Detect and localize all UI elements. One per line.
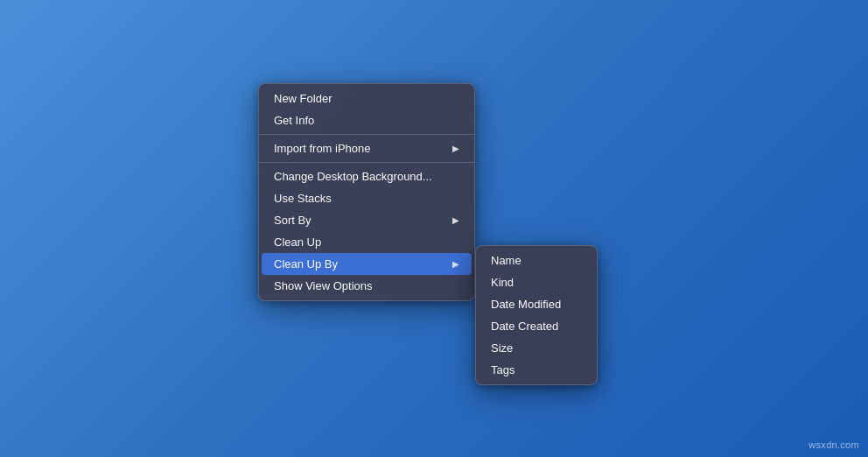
menu-item-use-stacks[interactable]: Use Stacks xyxy=(262,187,472,209)
clean-up-by-arrow: ▶ xyxy=(452,259,459,269)
submenu-item-tags[interactable]: Tags xyxy=(479,359,594,381)
submenu-item-date-modified[interactable]: Date Modified xyxy=(479,293,594,315)
submenu-container: Name Kind Date Modified Date Created Siz… xyxy=(475,245,598,385)
submenu-item-name[interactable]: Name xyxy=(479,250,594,271)
menu-item-get-info[interactable]: Get Info xyxy=(262,109,472,131)
menu-item-sort-by[interactable]: Sort By ▶ xyxy=(262,209,472,231)
menu-item-import-from-iphone[interactable]: Import from iPhone ▶ xyxy=(262,137,472,159)
menu-item-show-view-options-label: Show View Options xyxy=(274,279,373,292)
menu-item-change-desktop-bg[interactable]: Change Desktop Background... xyxy=(262,165,472,187)
submenu-item-kind-label: Kind xyxy=(491,276,514,289)
menu-item-show-view-options[interactable]: Show View Options xyxy=(262,275,472,297)
menu-item-clean-up-by-label: Clean Up By xyxy=(274,257,338,271)
menu-item-new-folder[interactable]: New Folder xyxy=(262,88,472,109)
submenu-item-date-modified-label: Date Modified xyxy=(491,298,561,311)
menu-item-get-info-label: Get Info xyxy=(274,114,314,127)
menu-item-sort-by-label: Sort By xyxy=(274,214,312,227)
submenu-item-size-label: Size xyxy=(491,341,513,355)
submenu-item-kind[interactable]: Kind xyxy=(479,271,594,293)
menu-item-clean-up[interactable]: Clean Up xyxy=(262,231,472,253)
watermark: wsxdn.com xyxy=(808,439,859,450)
sort-by-arrow: ▶ xyxy=(452,215,459,225)
context-menu-container: New Folder Get Info Import from iPhone ▶… xyxy=(258,83,475,301)
submenu-clean-up-by: Name Kind Date Modified Date Created Siz… xyxy=(475,245,598,385)
submenu-item-date-created[interactable]: Date Created xyxy=(479,315,594,337)
menu-item-clean-up-label: Clean Up xyxy=(274,236,321,249)
menu-item-import-from-iphone-label: Import from iPhone xyxy=(274,142,371,155)
menu-item-change-desktop-bg-label: Change Desktop Background... xyxy=(274,170,432,183)
separator-2 xyxy=(259,162,474,163)
submenu-item-tags-label: Tags xyxy=(491,363,514,376)
separator-1 xyxy=(259,134,474,135)
import-from-iphone-arrow: ▶ xyxy=(452,144,459,153)
menu-item-new-folder-label: New Folder xyxy=(274,92,332,105)
submenu-item-name-label: Name xyxy=(491,254,522,267)
submenu-item-size[interactable]: Size xyxy=(479,337,594,359)
menu-item-clean-up-by[interactable]: Clean Up By ▶ xyxy=(262,253,472,275)
submenu-item-date-created-label: Date Created xyxy=(491,320,558,333)
menu-item-use-stacks-label: Use Stacks xyxy=(274,192,332,205)
context-menu: New Folder Get Info Import from iPhone ▶… xyxy=(258,83,475,301)
